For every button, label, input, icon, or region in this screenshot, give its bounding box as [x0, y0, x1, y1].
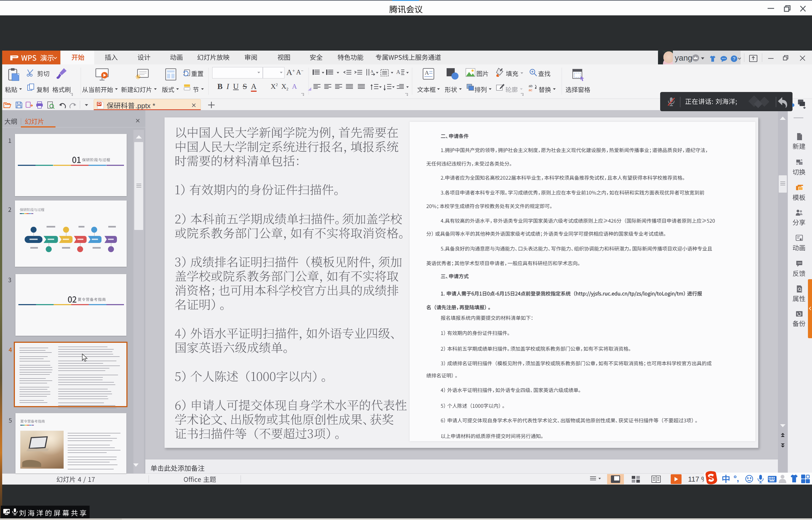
svg-text:A: A: [371, 69, 374, 74]
svg-text:A: A: [396, 69, 400, 75]
svg-text:?: ?: [733, 56, 735, 61]
svg-text:A: A: [425, 69, 429, 76]
svg-text:ac: ac: [529, 88, 532, 92]
svg-text:ab: ab: [529, 84, 532, 88]
